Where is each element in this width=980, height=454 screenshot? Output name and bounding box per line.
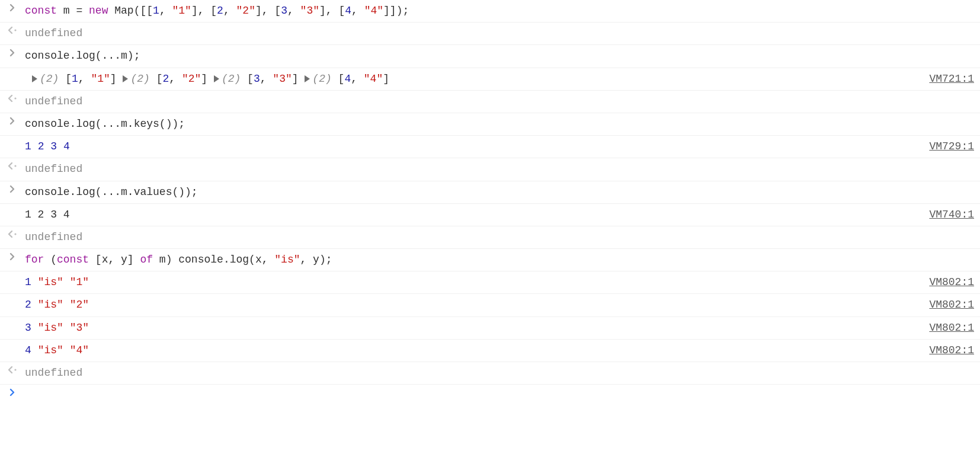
- console-row-log: 1 2 3 4VM740:1: [0, 203, 980, 226]
- code-token: [63, 299, 70, 311]
- code-token: console.log(...m.values());: [25, 186, 198, 198]
- code-token: 2: [217, 5, 223, 17]
- code-token: "is": [38, 322, 63, 334]
- code-token: 3: [50, 140, 57, 152]
- code-token: [44, 140, 50, 152]
- code-token: 1 2 3 4: [25, 209, 70, 220]
- code-token: 4: [25, 344, 31, 356]
- code-token: "2": [70, 299, 89, 311]
- return-chevron-icon: [4, 26, 21, 34]
- input-chevron-icon: [4, 185, 21, 193]
- code-token: "3": [300, 5, 319, 17]
- code-token: 2: [38, 140, 44, 152]
- source-link[interactable]: VM721:1: [922, 72, 974, 87]
- console-line-content: for (const [x, y] of m) console.log(x, "…: [21, 252, 974, 267]
- source-link[interactable]: VM729:1: [922, 139, 974, 154]
- code-token: [: [59, 73, 72, 85]
- console-row-prompt[interactable]: [0, 384, 980, 404]
- code-token: ,: [169, 73, 182, 85]
- code-token: "4": [364, 5, 383, 17]
- console-row-log: 1 2 3 4VM729:1: [0, 135, 980, 158]
- console-row-return: undefined: [0, 362, 980, 384]
- code-token: undefined: [25, 163, 82, 175]
- console-line-content: 1 2 3 4: [21, 139, 922, 154]
- prompt-chevron-icon: [4, 388, 21, 397]
- source-link[interactable]: VM802:1: [922, 275, 974, 290]
- input-chevron-icon: [4, 117, 21, 125]
- code-token: 1: [25, 276, 31, 288]
- code-token: [: [332, 73, 345, 85]
- return-chevron-icon: [4, 230, 21, 238]
- code-token: "3": [273, 73, 292, 85]
- console-row-input: for (const [x, y] of m) console.log(x, "…: [0, 248, 980, 271]
- source-link[interactable]: VM740:1: [922, 207, 974, 222]
- code-token: ]: [292, 73, 305, 85]
- code-token: ], [: [191, 5, 217, 17]
- code-token: 2: [162, 73, 169, 85]
- svg-point-0: [14, 30, 16, 31]
- code-token: Map([[: [108, 5, 153, 17]
- code-token: undefined: [25, 27, 82, 39]
- source-link[interactable]: VM802:1: [922, 321, 974, 335]
- svg-point-4: [14, 369, 16, 370]
- svg-point-2: [14, 165, 16, 167]
- code-token: undefined: [25, 95, 82, 107]
- code-token: [: [150, 73, 163, 85]
- code-token: [31, 299, 38, 311]
- console-line-content: console.log(...m.keys());: [21, 117, 974, 132]
- code-token: [63, 322, 70, 334]
- console-line-content: undefined: [21, 366, 974, 381]
- source-link[interactable]: VM802:1: [922, 298, 974, 312]
- expand-arrow-icon[interactable]: [123, 75, 128, 82]
- code-token: m: [57, 5, 76, 17]
- code-token: of: [140, 254, 153, 266]
- console-line-content: 3 "is" "3": [21, 321, 922, 335]
- code-token: for: [25, 254, 44, 266]
- devtools-console: const m = new Map([[1, "1"], [2, "2"], […: [0, 0, 980, 404]
- code-token: ]]);: [383, 5, 409, 17]
- code-token: (2): [130, 73, 149, 85]
- code-token: (2): [40, 73, 59, 85]
- code-token: 3: [254, 73, 260, 85]
- code-token: [31, 140, 38, 152]
- expand-arrow-icon[interactable]: [305, 75, 310, 82]
- code-token: 4: [344, 73, 351, 85]
- console-row-input: console.log(...m);: [0, 44, 980, 67]
- code-token: (2): [312, 73, 331, 85]
- console-line-content: console.log(...m);: [21, 49, 974, 63]
- input-chevron-icon: [4, 49, 21, 57]
- code-token: 2: [25, 299, 31, 311]
- code-token: (: [44, 254, 57, 266]
- console-line-content: 1 "is" "1": [21, 275, 922, 290]
- code-token: [31, 276, 38, 288]
- code-token: ,: [287, 5, 300, 17]
- console-row-return: undefined: [0, 158, 980, 180]
- expand-arrow-icon[interactable]: [32, 75, 37, 82]
- code-token: 4: [345, 5, 351, 17]
- console-row-input: console.log(...m.keys());: [0, 113, 980, 135]
- code-token: ,: [159, 5, 172, 17]
- console-line-content: undefined: [21, 230, 974, 245]
- code-token: , y);: [300, 254, 332, 266]
- source-link[interactable]: VM802:1: [922, 343, 974, 358]
- code-token: ,: [351, 73, 364, 85]
- console-line-content: undefined: [21, 26, 974, 41]
- console-row-return: undefined: [0, 22, 980, 44]
- return-chevron-icon: [4, 162, 21, 170]
- code-token: "is": [38, 276, 63, 288]
- code-token: =: [76, 5, 89, 17]
- expand-arrow-icon[interactable]: [214, 75, 219, 82]
- code-token: ], [: [319, 5, 345, 17]
- console-row-log: 4 "is" "4"VM802:1: [0, 339, 980, 362]
- code-token: 1: [72, 73, 78, 85]
- code-token: console.log(...m);: [25, 50, 140, 62]
- code-token: ,: [223, 5, 236, 17]
- console-line-content: (2) [1, "1"] (2) [2, "2"] (2) [3, "3"] (…: [21, 72, 922, 87]
- code-token: [: [241, 73, 254, 85]
- code-token: 3: [281, 5, 287, 17]
- code-token: ], [: [255, 5, 281, 17]
- code-token: m) console.log(x,: [153, 254, 274, 266]
- code-token: "3": [70, 322, 89, 334]
- console-row-log: 3 "is" "3"VM802:1: [0, 316, 980, 339]
- console-row-log: 2 "is" "2"VM802:1: [0, 293, 980, 316]
